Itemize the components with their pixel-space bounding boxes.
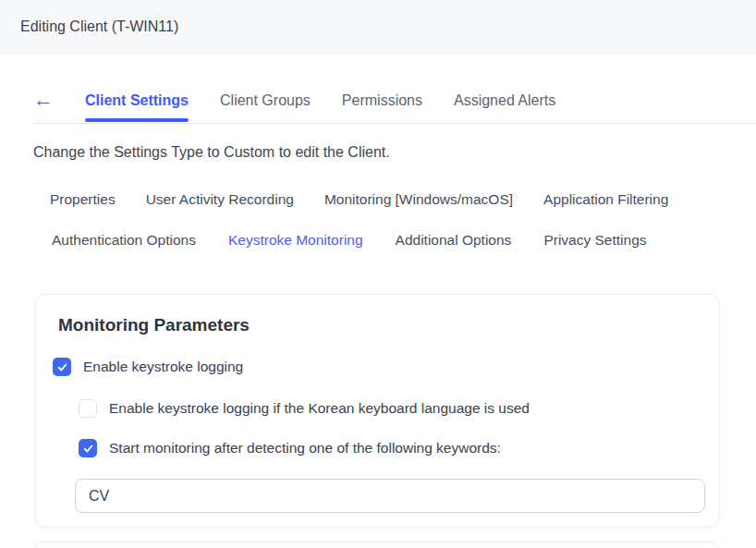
settings-type-notice: Change the Settings Type to Custom to ed… xyxy=(33,144,756,161)
checkmark-icon xyxy=(82,443,94,455)
page-title: Editing Client (T-WIN11) xyxy=(20,18,178,35)
window-header: Editing Client (T-WIN11) xyxy=(0,0,756,54)
tab-client-groups[interactable]: Client Groups xyxy=(220,92,311,121)
main-tab-bar: ← Client Settings Client Groups Permissi… xyxy=(33,90,756,124)
card-title: Monitoring Parameters xyxy=(58,315,718,335)
checkbox-label: Enable keystroke logging xyxy=(83,359,243,375)
subtab-properties[interactable]: Properties xyxy=(50,191,116,208)
checkbox-unchecked-icon[interactable] xyxy=(79,399,97,418)
checkbox-row-enable-keystroke-logging: Enable keystroke logging xyxy=(53,358,718,376)
tab-permissions[interactable]: Permissions xyxy=(342,92,422,121)
back-arrow-icon[interactable]: ← xyxy=(33,90,54,123)
tab-client-settings[interactable]: Client Settings xyxy=(85,92,189,121)
checkbox-label: Start monitoring after detecting one of … xyxy=(109,440,501,457)
checkbox-checked-icon[interactable] xyxy=(79,439,97,457)
checkbox-checked-icon[interactable] xyxy=(53,358,71,376)
monitoring-parameters-card: Monitoring Parameters Enable keystroke l… xyxy=(35,294,719,527)
subtab-monitoring-windows-macos[interactable]: Monitoring [Windows/macOS] xyxy=(324,191,513,208)
checkbox-row-korean-keyboard: Enable keystroke logging if the Korean k… xyxy=(79,399,718,418)
subtab-application-filtering[interactable]: Application Filtering xyxy=(543,191,668,208)
checkbox-row-start-monitoring-keywords: Start monitoring after detecting one of … xyxy=(79,439,718,457)
checkmark-icon xyxy=(56,361,68,373)
subtab-authentication-options[interactable]: Authentication Options xyxy=(52,232,196,249)
subtab-row-2: Authentication Options Keystroke Monitor… xyxy=(52,232,756,249)
subtab-keystroke-monitoring[interactable]: Keystroke Monitoring xyxy=(228,232,363,249)
subtab-row-1: Properties User Activity Recording Monit… xyxy=(50,191,756,208)
subtab-privacy-settings[interactable]: Privacy Settings xyxy=(543,232,646,249)
keywords-input[interactable] xyxy=(75,479,705,513)
subtab-additional-options[interactable]: Additional Options xyxy=(396,232,512,249)
tab-assigned-alerts[interactable]: Assigned Alerts xyxy=(454,92,555,121)
checkbox-label: Enable keystroke logging if the Korean k… xyxy=(109,400,530,417)
next-settings-card xyxy=(35,542,719,548)
subtab-user-activity-recording[interactable]: User Activity Recording xyxy=(146,191,294,208)
